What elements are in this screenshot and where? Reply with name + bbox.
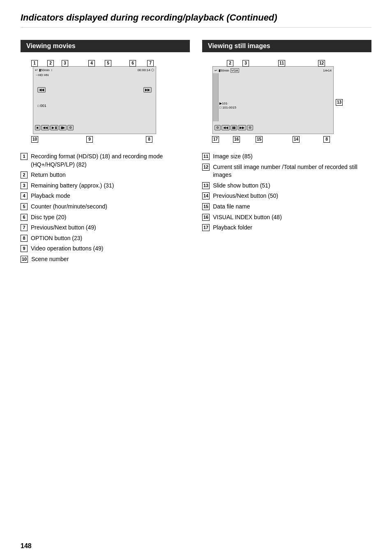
badge-9: 9 bbox=[86, 136, 93, 143]
still-item-13: 13 Slide show button (51) bbox=[202, 182, 371, 190]
movie-diagram: ↩ ▮50min ↕ 00:00:14 ⬡ →HD HN ◀◀ ▶▶ □ 001 bbox=[25, 58, 190, 144]
viewing-movies-header: Viewing movies bbox=[21, 40, 190, 52]
still-item-16: 16 VISUAL INDEX button (48) bbox=[202, 213, 371, 222]
badge-10: 10 bbox=[31, 136, 38, 143]
badge-6-label: 6 bbox=[21, 214, 28, 221]
still-item-11: 11 Image size (85) bbox=[202, 153, 371, 161]
still-item-17: 17 Playback folder bbox=[202, 224, 371, 232]
badge-15-label: 15 bbox=[202, 203, 210, 210]
badge-10-label: 10 bbox=[21, 256, 28, 263]
badge-4-label: 4 bbox=[21, 192, 28, 199]
movie-items-list: 1 Recording format (HD/SD) (18) and reco… bbox=[21, 153, 190, 264]
next-still-btn[interactable]: ▶▶ bbox=[238, 125, 246, 130]
badge-3-still: 3 bbox=[242, 60, 249, 67]
badge-17-still: 17 bbox=[212, 136, 219, 143]
movie-item-9: 9 Video operation buttons (49) bbox=[21, 245, 190, 253]
badge-2-still: 2 bbox=[227, 60, 233, 67]
badge-16-label: 16 bbox=[202, 214, 210, 221]
badge-13-still: 13 bbox=[336, 99, 343, 106]
badge-1-label: 1 bbox=[21, 153, 28, 160]
play-pause-button[interactable]: ▶ ▮ bbox=[50, 125, 58, 130]
page-title: Indicators displayed during recording/pl… bbox=[21, 12, 371, 28]
badge-13-label: 13 bbox=[202, 182, 210, 189]
movie-item-8: 8 OPTION button (23) bbox=[21, 234, 190, 243]
page-number: 148 bbox=[21, 542, 32, 550]
badge-8: 8 bbox=[146, 136, 152, 143]
rw-button[interactable]: ◀◀ bbox=[37, 87, 46, 93]
movie-item-3: 3 Remaining battery (approx.) (31) bbox=[21, 182, 190, 190]
badge-3: 3 bbox=[62, 60, 68, 67]
badge-7-label: 7 bbox=[21, 224, 28, 231]
badge-2-label: 2 bbox=[21, 171, 28, 178]
badge-17-label: 17 bbox=[202, 224, 210, 231]
next-button[interactable]: ▮▶ bbox=[59, 125, 67, 130]
viewing-movies-section: Viewing movies ↩ ▮50min ↕ 00:00:14 ⬡ →HD… bbox=[21, 40, 190, 266]
badge-5-label: 5 bbox=[21, 203, 28, 210]
badge-9-label: 9 bbox=[21, 245, 28, 252]
movie-item-10: 10 Scene number bbox=[21, 255, 190, 264]
pause-still-btn[interactable]: ▮▮ bbox=[231, 125, 237, 130]
movie-item-7: 7 Previous/Next button (49) bbox=[21, 224, 190, 232]
option-still-btn[interactable]: ⚙ bbox=[247, 125, 253, 130]
still-item-12: 12 Current still image number /Total num… bbox=[202, 163, 371, 179]
badge-5: 5 bbox=[105, 60, 111, 67]
slideshow-still-btn[interactable]: ⚙ bbox=[214, 125, 221, 130]
still-item-14: 14 Previous/Next button (50) bbox=[202, 192, 371, 200]
movie-item-1: 1 Recording format (HD/SD) (18) and reco… bbox=[21, 153, 190, 169]
badge-4: 4 bbox=[88, 60, 95, 67]
movie-item-4: 4 Playback mode bbox=[21, 192, 190, 200]
still-items-list: 11 Image size (85) 12 Current still imag… bbox=[202, 153, 371, 232]
badge-12-label: 12 bbox=[202, 164, 210, 171]
badge-16-still: 16 bbox=[233, 136, 240, 143]
option-button-movie[interactable]: ⚙ bbox=[67, 125, 74, 130]
badge-12-still: 12 bbox=[318, 60, 325, 67]
still-item-15: 15 Data file name bbox=[202, 203, 371, 211]
badge-11-label: 11 bbox=[202, 153, 210, 160]
ff-button[interactable]: ▶▶ bbox=[143, 87, 152, 93]
movie-item-5: 5 Counter (hour/minute/second) bbox=[21, 203, 190, 211]
prev-still-btn[interactable]: ◀◀ bbox=[221, 125, 230, 130]
badge-2: 2 bbox=[47, 60, 54, 67]
badge-3-label: 3 bbox=[21, 182, 28, 189]
still-diagram: ↩ ▮50min VGA 14▪14 ▶101· □ 101-0015 ⚙ ◀◀ bbox=[206, 58, 371, 144]
badge-8-label: 8 bbox=[21, 235, 28, 242]
movie-item-6: 6 Disc type (20) bbox=[21, 213, 190, 222]
badge-7: 7 bbox=[147, 60, 154, 67]
badge-1: 1 bbox=[31, 60, 38, 67]
badge-14-still: 14 bbox=[293, 136, 300, 143]
stop-button[interactable]: ■ bbox=[35, 125, 40, 130]
badge-6: 6 bbox=[129, 60, 136, 67]
badge-8-still: 8 bbox=[323, 136, 330, 143]
badge-15-still: 15 bbox=[256, 136, 263, 143]
badge-11-still: 11 bbox=[278, 60, 285, 67]
prev-button[interactable]: ◀◀ bbox=[41, 125, 49, 130]
movie-item-2: 2 Return button bbox=[21, 171, 190, 179]
badge-14-label: 14 bbox=[202, 192, 210, 199]
viewing-still-header: Viewing still images bbox=[202, 40, 371, 52]
viewing-still-section: Viewing still images ↩ ▮50min VGA 14▪14 … bbox=[202, 40, 371, 266]
